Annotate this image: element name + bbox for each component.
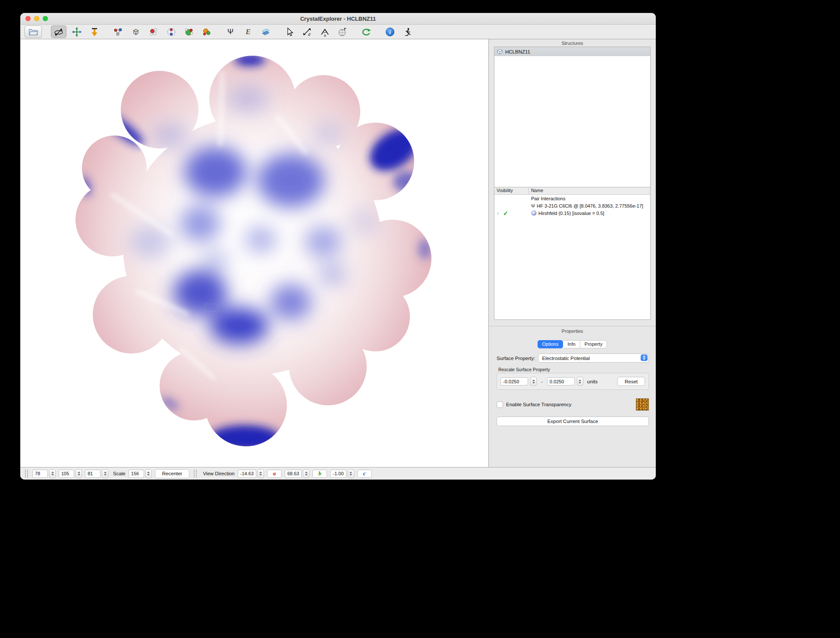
- select-tool-button[interactable]: [282, 26, 297, 38]
- open-file-button[interactable]: [25, 25, 42, 38]
- axis-a-button[interactable]: a: [267, 470, 282, 478]
- range-separator: -: [541, 379, 543, 384]
- drag-grip[interactable]: [194, 470, 197, 477]
- properties-header: Properties: [489, 326, 656, 335]
- rotate-tool-button[interactable]: [51, 25, 66, 38]
- stepper[interactable]: [348, 469, 354, 478]
- stepper[interactable]: [102, 469, 108, 478]
- stepper[interactable]: [145, 469, 152, 478]
- hirshfeld-surface[interactable]: [71, 51, 438, 448]
- svg-text:θ: θ: [324, 34, 326, 37]
- properties-tabs: Options Info Property: [489, 340, 656, 348]
- table-row-pair-interactions[interactable]: Pair Interactions: [494, 195, 650, 202]
- disclosure-triangle-icon[interactable]: ›: [497, 210, 499, 216]
- scale-spinner[interactable]: 156: [129, 469, 152, 478]
- row-label: HF 3-21G C6Cl6 @ [8.0476, 3.8363, 2.7755…: [537, 203, 643, 208]
- tab-options[interactable]: Options: [538, 340, 563, 348]
- translate-tool-button[interactable]: [69, 26, 84, 38]
- unit-cell-button[interactable]: [129, 26, 143, 38]
- close-contacts-icon: [166, 27, 176, 37]
- view-c-spinner[interactable]: -1.00: [330, 469, 354, 478]
- tab-info[interactable]: Info: [563, 340, 580, 348]
- title-bar[interactable]: CrystalExplorer - HCLBNZ11: [20, 13, 656, 25]
- popup-chevrons-icon: [641, 354, 648, 361]
- surfaces-table[interactable]: Visibility Name Pair Interactions Ψ H: [494, 187, 651, 320]
- right-panel: Structures HCLBNZ11 Visibility Name: [488, 39, 656, 467]
- drag-grip[interactable]: [25, 470, 28, 477]
- rescale-group-label: Rescale Surface Property: [498, 367, 656, 372]
- undo-button[interactable]: [359, 26, 374, 38]
- globe-icon: [337, 27, 348, 37]
- reset-button[interactable]: Reset: [617, 377, 645, 386]
- name-column-header: Name: [529, 187, 650, 194]
- cell-x-spinner[interactable]: 78: [32, 469, 56, 478]
- axis-c-button[interactable]: c: [357, 470, 372, 478]
- surface-texture-swatch[interactable]: [636, 398, 649, 411]
- cell-y-value[interactable]: 105: [59, 470, 74, 478]
- view-a-spinner[interactable]: -14.63: [238, 469, 264, 478]
- generate-atoms-button[interactable]: [146, 26, 161, 38]
- wavefunction-button[interactable]: Ψ: [223, 26, 238, 38]
- units-label: units: [587, 379, 598, 384]
- generate-atoms-icon: [148, 27, 159, 37]
- structure-label: HCLBNZ11: [505, 49, 530, 54]
- surface-property-select[interactable]: Electrostatic Potential: [538, 354, 649, 363]
- stepper[interactable]: [303, 469, 309, 478]
- measure-angle-button[interactable]: θ: [318, 26, 332, 38]
- surfaces-table-header: Visibility Name: [494, 187, 650, 195]
- surface-blob-icon: [531, 210, 537, 216]
- fragments-icon: [201, 27, 212, 37]
- min-value-field[interactable]: -0.0250: [500, 377, 528, 385]
- cell-x-value[interactable]: 78: [32, 470, 48, 478]
- translate-icon: [72, 27, 82, 37]
- crystal-orientation-button[interactable]: [335, 26, 350, 38]
- view-b-value[interactable]: 68.63: [285, 470, 302, 478]
- structures-list[interactable]: HCLBNZ11: [494, 47, 651, 187]
- stepper[interactable]: [258, 469, 264, 478]
- view-c-value[interactable]: -1.00: [330, 470, 346, 478]
- view-direction-label: View Direction: [203, 471, 234, 476]
- transparency-checkbox[interactable]: [497, 401, 503, 408]
- toolbar: Ψ E d: [20, 25, 656, 39]
- structures-header: Structures: [489, 39, 656, 47]
- cluster-button[interactable]: [182, 26, 196, 38]
- visibility-check-icon[interactable]: ✓: [503, 210, 508, 216]
- max-value-stepper[interactable]: [577, 377, 583, 386]
- row-label: Hirshfeld (0.15) [isovalue = 0.5]: [538, 211, 604, 216]
- table-row-hirshfeld-surface[interactable]: › ✓ Hi: [494, 209, 650, 217]
- info-icon: i: [385, 27, 395, 37]
- min-value-stepper[interactable]: [530, 377, 537, 386]
- unit-cell-icon: [131, 27, 141, 37]
- cell-z-value[interactable]: 81: [85, 470, 101, 478]
- stepper[interactable]: [49, 469, 56, 478]
- scale-value[interactable]: 156: [129, 470, 144, 478]
- interaction-energy-button[interactable]: E: [241, 26, 255, 38]
- animate-button[interactable]: [400, 26, 415, 38]
- view-b-spinner[interactable]: 68.63: [285, 469, 310, 478]
- view-a-value[interactable]: -14.63: [238, 470, 256, 478]
- crystal-cube-icon: [497, 49, 503, 54]
- cell-z-spinner[interactable]: 81: [85, 469, 108, 478]
- cluster-icon: [184, 27, 194, 37]
- scale-tool-button[interactable]: [87, 26, 102, 38]
- max-value-field[interactable]: 0.0250: [547, 377, 575, 385]
- cell-y-spinner[interactable]: 105: [59, 469, 82, 478]
- measure-distance-icon: d: [302, 27, 312, 37]
- planes-button[interactable]: [258, 26, 273, 38]
- export-surface-button[interactable]: Export Current Surface: [497, 417, 649, 426]
- recenter-button[interactable]: Recenter: [155, 469, 190, 478]
- running-figure-icon: [403, 27, 413, 37]
- axis-b-button[interactable]: b: [312, 470, 327, 478]
- psi-icon: Ψ: [227, 28, 233, 35]
- structure-item-hclbnz11[interactable]: HCLBNZ11: [494, 47, 650, 56]
- atoms-bonds-button[interactable]: [111, 26, 126, 38]
- viewport-3d[interactable]: [20, 39, 488, 467]
- info-button[interactable]: i: [383, 26, 397, 38]
- fragments-button[interactable]: [199, 26, 214, 38]
- stepper[interactable]: [76, 469, 82, 478]
- table-row-wavefunction[interactable]: Ψ HF 3-21G C6Cl6 @ [8.0476, 3.8363, 2.77…: [494, 202, 650, 209]
- measure-distance-button[interactable]: d: [300, 26, 315, 38]
- close-contacts-button[interactable]: [164, 26, 179, 38]
- tab-property[interactable]: Property: [580, 340, 607, 348]
- open-folder-icon: [28, 27, 38, 37]
